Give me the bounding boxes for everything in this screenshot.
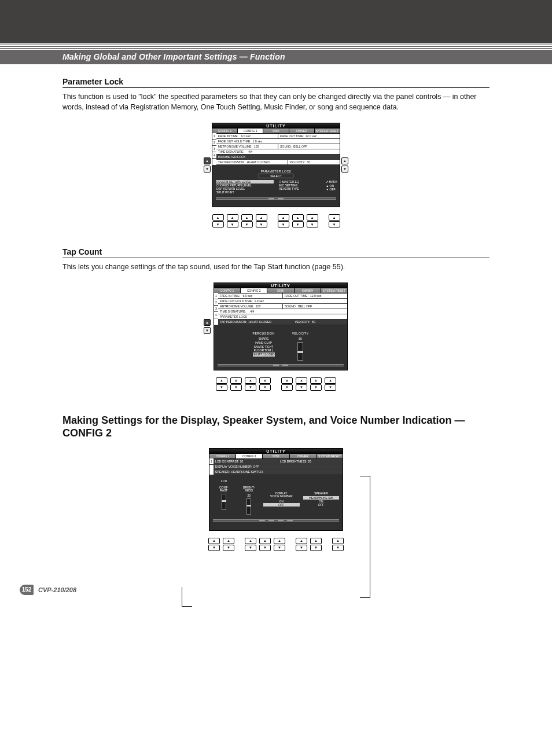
section-title-parameter-lock: Parameter Lock bbox=[62, 77, 490, 86]
btn-6-down[interactable]: ▼ bbox=[296, 384, 307, 391]
perc-snare[interactable]: SNARE bbox=[253, 337, 275, 341]
btn-3-up[interactable]: ▲ bbox=[245, 377, 256, 384]
tab-config2[interactable]: CONFIG 2 bbox=[236, 454, 263, 458]
btn-1-up[interactable]: ▲ bbox=[216, 377, 227, 384]
btn-1-up[interactable]: ▲ bbox=[208, 538, 220, 544]
mark-up-button[interactable]: ▲ bbox=[341, 157, 348, 164]
velocity-slider[interactable] bbox=[297, 342, 303, 361]
tab-owner[interactable]: OWNER bbox=[290, 454, 317, 458]
btn-1-down[interactable]: ▼ bbox=[208, 545, 220, 551]
tab-bar: CONFIG 1 CONFIG 2 DISK OWNER SYSTEM RESE… bbox=[209, 454, 343, 458]
btn-8-down[interactable]: ▼ bbox=[329, 221, 340, 227]
tab-owner[interactable]: OWNER bbox=[289, 129, 315, 133]
tab-config1[interactable]: CONFIG 1 bbox=[212, 129, 238, 133]
btn-2-down[interactable]: ▼ bbox=[227, 221, 238, 227]
btn-5-down[interactable]: ▼ bbox=[274, 545, 285, 551]
btn-7-up[interactable]: ▲ bbox=[310, 377, 322, 384]
btn-4-up[interactable]: ▲ bbox=[259, 538, 271, 544]
row-speaker: SPEAKER: HEADPHONE SWITCH bbox=[214, 469, 343, 474]
btn-3-down[interactable]: ▼ bbox=[245, 545, 256, 551]
screen-title: UTILITY bbox=[212, 123, 340, 129]
brightness-slider[interactable] bbox=[246, 498, 251, 515]
btn-8-up[interactable]: ▲ bbox=[329, 214, 340, 221]
row-lcd-brightness: LCD BRIGHTNESS: 20 bbox=[278, 459, 343, 464]
btn-7-up[interactable]: ▲ bbox=[307, 214, 318, 221]
btn-6-down[interactable]: ▼ bbox=[292, 221, 304, 227]
btn-2-up[interactable]: ▲ bbox=[230, 377, 242, 384]
row-fade-in: FADE IN TIME: 6.0 sec bbox=[218, 293, 282, 298]
btn-3-up[interactable]: ▲ bbox=[245, 538, 256, 544]
btn-6-up[interactable]: ▲ bbox=[296, 538, 307, 544]
speaker-label: SPEAKER bbox=[303, 492, 340, 496]
btn-2-up[interactable]: ▲ bbox=[227, 214, 238, 221]
btn-5-up[interactable]: ▲ bbox=[274, 538, 285, 544]
btn-7-down[interactable]: ▼ bbox=[307, 221, 318, 227]
tab-config1[interactable]: CONFIG 1 bbox=[214, 288, 241, 293]
btn-4-up[interactable]: ▲ bbox=[259, 377, 271, 384]
btn-6-up[interactable]: ▲ bbox=[296, 377, 307, 384]
page-number: 152 bbox=[20, 585, 34, 595]
btn-1-down[interactable]: ▼ bbox=[216, 384, 227, 391]
btn-4-down[interactable]: ▼ bbox=[259, 384, 271, 391]
mark-down-button[interactable]: ▼ bbox=[341, 166, 348, 173]
btn-5-up[interactable]: ▲ bbox=[278, 214, 289, 221]
btn-1-down[interactable]: ▼ bbox=[212, 221, 224, 227]
perc-hihat-closed[interactable]: HI-HAT CLOSED bbox=[253, 353, 275, 357]
dvn-off[interactable]: OFF bbox=[263, 503, 300, 507]
tab-config1[interactable]: CONFIG 1 bbox=[209, 454, 236, 458]
tab-disk[interactable]: DISK bbox=[267, 288, 294, 293]
btn-8-up[interactable]: ▲ bbox=[325, 377, 336, 384]
list-down-button[interactable]: ▼ bbox=[204, 327, 211, 334]
tab-system-reset[interactable]: SYSTEM RESET bbox=[317, 454, 343, 458]
perc-hand-clap[interactable]: HAND CLAP bbox=[253, 341, 275, 345]
percussion-list: PERCUSSION SNARE HAND CLAP SNARE TIGHT F… bbox=[253, 332, 275, 361]
btn-1-up[interactable]: ▲ bbox=[212, 214, 224, 221]
row-fade-in: FADE IN TIME: 6.0 sec bbox=[216, 134, 278, 138]
tab-owner[interactable]: OWNER bbox=[295, 288, 321, 293]
breadcrumb: Making Global and Other Important Settin… bbox=[0, 50, 552, 64]
btn-7-down[interactable]: ▼ bbox=[310, 545, 322, 551]
lcd-label: LCD bbox=[221, 479, 339, 483]
tab-system-reset[interactable]: SYSTEM RESET bbox=[321, 288, 347, 293]
btn-5-down[interactable]: ▼ bbox=[281, 384, 293, 391]
btn-5-up[interactable]: ▲ bbox=[281, 377, 293, 384]
btn-6-down[interactable]: ▼ bbox=[296, 545, 307, 551]
tab-disk[interactable]: DISK bbox=[263, 454, 289, 458]
speaker-off[interactable]: OFF bbox=[303, 503, 340, 507]
perc-snare-tight[interactable]: SNARE TIGHT bbox=[253, 345, 275, 349]
list-up-button[interactable]: ▲ bbox=[204, 157, 211, 164]
param-split-point[interactable]: SPLIT POINT bbox=[216, 190, 274, 194]
btn-7-up[interactable]: ▲ bbox=[310, 538, 322, 544]
btn-8-down[interactable]: ▼ bbox=[332, 545, 344, 551]
btn-8-down[interactable]: ▼ bbox=[325, 384, 336, 391]
section-title-config2: Making Settings for the Display, Speaker… bbox=[62, 414, 490, 440]
row-sound: SOUND: BELL OFF bbox=[278, 144, 340, 149]
btn-3-up[interactable]: ▲ bbox=[241, 214, 253, 221]
btn-4-up[interactable]: ▲ bbox=[256, 214, 267, 221]
tab-system-reset[interactable]: SYSTEM RESET bbox=[315, 129, 340, 133]
list-up-button[interactable]: ▲ bbox=[204, 319, 211, 326]
btn-5-down[interactable]: ▼ bbox=[278, 221, 289, 227]
btn-6-up[interactable]: ▲ bbox=[292, 214, 304, 221]
utility-paramlock-figure: ▲ ▼ UTILITY CONFIG 1 CONFIG 2 DISK OWNER… bbox=[203, 123, 349, 231]
screen-title: UTILITY bbox=[214, 283, 347, 288]
btn-7-down[interactable]: ▼ bbox=[310, 384, 322, 391]
row-timesig: TIME SIGNATURE: 4/4 bbox=[216, 149, 340, 154]
btn-4-down[interactable]: ▼ bbox=[256, 221, 267, 227]
contrast-slider[interactable] bbox=[222, 494, 226, 510]
list-down-button[interactable]: ▼ bbox=[204, 166, 211, 173]
tab-disk[interactable]: DISK bbox=[263, 129, 289, 133]
paramlock-mark-legend: ✔ MARK ▲ ON ▼ OFF bbox=[326, 180, 337, 192]
btn-2-down[interactable]: ▼ bbox=[230, 384, 242, 391]
btn-2-up[interactable]: ▲ bbox=[223, 538, 234, 544]
velocity-value: 50 bbox=[292, 337, 309, 341]
tab-config2[interactable]: CONFIG 2 bbox=[241, 288, 267, 293]
btn-8-up[interactable]: ▲ bbox=[332, 538, 344, 544]
btn-2-down[interactable]: ▼ bbox=[223, 545, 234, 551]
panel-buttons-row: ▲▼ ▲▼ ▲▼ ▲▼ ▲▼ ▲▼ ▲▼ ▲▼ bbox=[205, 214, 347, 227]
perc-floor-tom[interactable]: FLOOR TOM L bbox=[253, 348, 275, 353]
btn-3-down[interactable]: ▼ bbox=[241, 221, 253, 227]
btn-3-down[interactable]: ▼ bbox=[245, 384, 256, 391]
tab-config2[interactable]: CONFIG 2 bbox=[238, 129, 263, 133]
btn-4-down[interactable]: ▼ bbox=[259, 545, 271, 551]
